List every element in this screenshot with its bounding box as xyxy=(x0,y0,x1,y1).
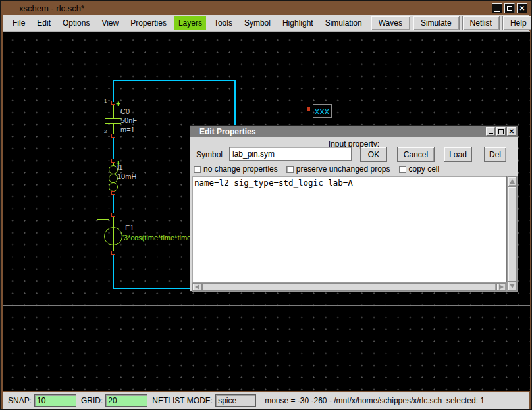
vertical-scroll-thumb[interactable] xyxy=(508,186,517,282)
dialog-window-controls: ✕ xyxy=(486,127,516,136)
scroll-left-button[interactable] xyxy=(192,283,202,291)
minimize-button[interactable] xyxy=(492,3,502,13)
checkbox-label: preserve unchanged props xyxy=(296,165,390,174)
dialog-title-bar[interactable]: Edit Properties ✕ xyxy=(190,126,518,137)
menu-simulation[interactable]: Simulation xyxy=(321,16,366,30)
scroll-right-button[interactable] xyxy=(496,283,506,291)
inductor-coil xyxy=(109,182,118,192)
dialog-minimize-button[interactable] xyxy=(486,127,495,136)
wire-segment[interactable] xyxy=(234,80,236,129)
pin-number: 2 xyxy=(104,127,107,136)
maximize-button[interactable] xyxy=(504,3,515,13)
component-value: 50nF xyxy=(120,116,137,125)
menu-properties[interactable]: Properties xyxy=(126,16,171,30)
del-button[interactable]: Del xyxy=(484,147,506,162)
vertical-scrollbar[interactable] xyxy=(507,176,518,292)
origin-axis-horizontal xyxy=(3,305,530,306)
inductor-coil xyxy=(109,174,118,183)
arrow-down-icon xyxy=(510,284,515,288)
menu-file[interactable]: File xyxy=(9,16,29,30)
inductor-coil xyxy=(109,165,118,174)
edit-properties-dialog: Edit Properties ✕ Input property: Symbol… xyxy=(190,125,518,292)
dialog-title: Edit Properties xyxy=(200,127,255,136)
status-bar: SNAP: GRID: NETLIST MODE: mouse = -30 -2… xyxy=(3,392,529,409)
dialog-close-button[interactable]: ✕ xyxy=(507,127,516,136)
checkbox-label: copy cell xyxy=(409,165,440,174)
wire-segment[interactable] xyxy=(113,195,114,213)
grid-input[interactable] xyxy=(105,394,147,407)
properties-textarea[interactable]: name=l2 sig_type=std_logic lab=A xyxy=(192,176,507,282)
menu-bar: File Edit Options View Properties Layers… xyxy=(3,15,529,31)
scroll-down-button[interactable] xyxy=(508,281,517,291)
menu-right-buttons: Waves Simulate Netlist Help xyxy=(368,15,532,31)
menu-edit[interactable]: Edit xyxy=(33,16,55,30)
wire-segment[interactable] xyxy=(113,138,114,159)
menu-options[interactable]: Options xyxy=(59,16,93,30)
pin-square xyxy=(307,107,310,111)
component-value: '3*cos(time*time*time* xyxy=(122,234,194,242)
title-bar[interactable]: xschem - rlc.sch* ✕ xyxy=(3,1,529,15)
pin-number: 1 xyxy=(104,97,107,105)
close-button[interactable]: ✕ xyxy=(517,3,527,13)
simulate-button[interactable]: Simulate xyxy=(413,16,460,30)
checkbox-row: no change properties preserve unchanged … xyxy=(194,165,439,174)
checkbox-no-change[interactable]: no change properties xyxy=(194,165,278,174)
checkbox-label: no change properties xyxy=(203,165,278,174)
snap-label: SNAP: xyxy=(8,396,32,405)
minimize-icon xyxy=(489,133,493,134)
arrow-up-icon xyxy=(510,179,515,184)
minimize-icon xyxy=(494,11,500,12)
source-circle xyxy=(104,227,122,245)
menu-symbol[interactable]: Symbol xyxy=(240,16,275,30)
load-button[interactable]: Load xyxy=(444,147,472,162)
arrow-right-icon xyxy=(499,284,504,290)
selection-box: xxx xyxy=(313,104,332,118)
menu-tools[interactable]: Tools xyxy=(210,16,236,30)
grid-label: GRID: xyxy=(81,396,103,405)
origin-axis-vertical xyxy=(49,32,49,391)
checkbox-icon[interactable] xyxy=(399,166,406,173)
component-ref: E1 xyxy=(125,224,134,232)
wire-segment[interactable] xyxy=(113,255,114,289)
polarity-plus-icon: + xyxy=(116,100,120,108)
maximize-icon xyxy=(498,129,504,134)
component-value: 10mH xyxy=(117,172,136,181)
ok-button[interactable]: OK xyxy=(360,147,387,162)
arrow-left-icon xyxy=(195,284,200,290)
checkbox-icon[interactable] xyxy=(194,166,201,173)
waves-button[interactable]: Waves xyxy=(371,16,410,30)
scroll-up-button[interactable] xyxy=(508,176,517,186)
menu-highlight[interactable]: Highlight xyxy=(279,16,317,30)
capacitor-plate xyxy=(105,118,121,119)
close-icon: ✕ xyxy=(519,5,525,12)
checkbox-icon[interactable] xyxy=(286,166,294,173)
pin-square xyxy=(111,134,115,138)
horizontal-scrollbar[interactable] xyxy=(192,282,507,292)
netlist-mode-label: NETLIST MODE: xyxy=(152,396,213,405)
window-title: xschem - rlc.sch* xyxy=(19,3,84,13)
symbol-input[interactable] xyxy=(229,147,352,161)
net-label-text: xxx xyxy=(315,106,330,116)
window-controls: ✕ xyxy=(492,3,527,13)
wire-segment[interactable] xyxy=(113,80,236,81)
checkbox-copy-cell[interactable]: copy cell xyxy=(399,165,440,174)
pin-square xyxy=(111,251,115,255)
snap-input[interactable] xyxy=(34,394,76,407)
dialog-maximize-button[interactable] xyxy=(496,127,506,136)
cancel-button[interactable]: Cancel xyxy=(397,147,435,162)
pin-square xyxy=(111,191,115,195)
checkbox-preserve[interactable]: preserve unchanged props xyxy=(286,165,390,174)
polarity-plus-icon xyxy=(97,214,109,225)
horizontal-scroll-thumb[interactable] xyxy=(202,283,496,291)
status-message: mouse = -30 -260 - /mnt/x/home/schippes/… xyxy=(265,396,485,405)
component-attr: m=1 xyxy=(120,126,135,134)
help-button[interactable]: Help xyxy=(502,16,532,30)
xschem-window: xschem - rlc.sch* ✕ File Edit Options Vi… xyxy=(0,0,532,410)
wire-segment[interactable] xyxy=(113,80,114,102)
maximize-icon xyxy=(507,6,512,11)
netlist-mode-input[interactable] xyxy=(215,394,256,407)
close-icon: ✕ xyxy=(509,128,514,135)
menu-view[interactable]: View xyxy=(97,16,122,30)
menu-layers[interactable]: Layers xyxy=(174,16,206,30)
netlist-button[interactable]: Netlist xyxy=(462,16,500,30)
